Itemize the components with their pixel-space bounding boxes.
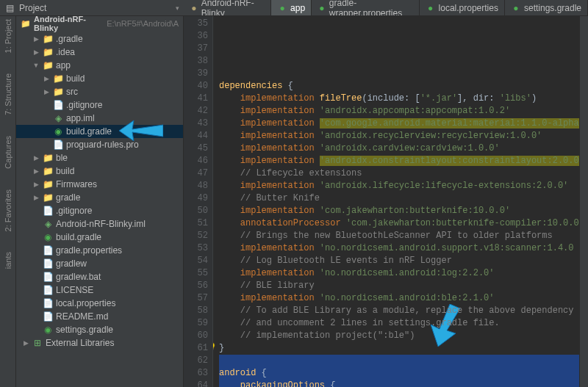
gradle-icon: ● <box>277 3 287 13</box>
tool-strip-item[interactable]: Captures <box>4 136 12 169</box>
editor-tab[interactable]: ●app <box>271 0 312 15</box>
code-line[interactable] <box>219 68 579 80</box>
tree-label: .gradle <box>56 34 83 44</box>
tree-label: build <box>56 166 74 176</box>
tree-node[interactable]: 📄.gitignore <box>16 98 183 112</box>
code-line[interactable]: implementation 'no.nordicsemi.android:lo… <box>219 267 579 280</box>
code-line[interactable]: // To add BLE Library as a module, repla… <box>219 305 579 317</box>
tree-node[interactable]: 📄gradlew.bat <box>16 270 183 283</box>
gradle-icon: ● <box>318 3 326 13</box>
folder-icon: 📁 <box>43 153 53 163</box>
code-line[interactable]: // Butter Knife <box>219 192 579 205</box>
tree-label: settings.gradle <box>56 325 113 335</box>
code-line[interactable]: // and uncomment 2 lines in settings.gra… <box>219 317 579 330</box>
tree-node[interactable]: ▶📁build <box>16 164 183 178</box>
folder-icon: 📁 <box>21 19 31 29</box>
folder-orange-icon: 📁 <box>43 34 53 44</box>
tree-node[interactable]: ▼📁app <box>16 59 183 72</box>
tree-node[interactable]: 📄README.md <box>16 310 183 323</box>
expand-chevron[interactable]: ▶ <box>32 181 40 188</box>
expand-chevron[interactable]: ▶ <box>32 154 40 162</box>
code-line[interactable]: packagingOptions { <box>219 380 579 387</box>
code-line[interactable]: implementation 'com.jakewharton:butterkn… <box>219 205 579 217</box>
code-line[interactable]: implementation 'androidx.appcompat:appco… <box>219 105 579 117</box>
tree-label: .gitignore <box>56 206 92 216</box>
tree-label: build <box>66 73 85 84</box>
gradle-icon: ◉ <box>43 325 53 335</box>
file-icon: 📄 <box>43 258 53 269</box>
code-line[interactable]: implementation 'com.google.android.mater… <box>219 117 579 130</box>
tree-node[interactable]: 📄LICENSE <box>16 283 183 297</box>
code-line[interactable]: android { <box>219 367 579 380</box>
expand-chevron[interactable]: ▶ <box>32 194 40 201</box>
code-editor[interactable]: 3536373839404142434445464748495051525354… <box>184 16 579 387</box>
tree-node[interactable]: 📄.gitignore <box>16 204 183 217</box>
code-line[interactable]: annotationProcessor 'com.jakewharton:but… <box>219 217 579 230</box>
tool-strip-item[interactable]: 2: Favorites <box>4 189 12 231</box>
folder-icon: 📁 <box>53 87 63 97</box>
code-line[interactable]: // BLE library <box>219 280 579 292</box>
code-line[interactable] <box>219 355 579 367</box>
code-line[interactable] <box>219 55 579 68</box>
editor-tab[interactable]: ●settings.gradle <box>505 0 588 15</box>
tree-node[interactable]: ▶📁gradle <box>16 191 183 204</box>
tree-label: .idea <box>56 47 75 57</box>
code-area[interactable]: dependencies { implementation fileTree(i… <box>213 16 579 387</box>
editor-tab[interactable]: ●local.properties <box>420 0 505 15</box>
code-line[interactable]: dependencies { <box>219 80 579 93</box>
tree-node[interactable]: 📄gradlew <box>16 257 183 270</box>
tree-node[interactable]: ◉settings.gradle <box>16 323 183 336</box>
tool-strip-item[interactable]: iants <box>4 252 12 269</box>
code-line[interactable]: // Lifecycle extensions <box>219 167 579 180</box>
expand-chevron[interactable]: ▼ <box>32 62 40 69</box>
editor-tab[interactable]: ●gradle-wrapper.properties <box>312 0 419 15</box>
project-tree[interactable]: ▶📁.gradle▶📁.idea▼📁app▶📁build▶📁src📄.gitig… <box>16 31 183 351</box>
file-icon: 📄 <box>43 285 53 295</box>
code-line[interactable]: // Log Bluetooth LE events in nRF Logger <box>219 255 579 267</box>
tree-node[interactable]: ▶📁build <box>16 72 183 85</box>
right-tool-strip <box>579 16 588 387</box>
expand-chevron[interactable]: ▶ <box>32 48 40 56</box>
gradle-icon: ● <box>426 3 436 13</box>
tree-node[interactable]: ▶📁.idea <box>16 46 183 59</box>
tree-node[interactable]: 📄gradle.properties <box>16 244 183 257</box>
expand-chevron[interactable]: ▶ <box>32 35 40 43</box>
tree-node[interactable]: ▶📁ble <box>16 151 183 164</box>
tree-node[interactable]: ▶📁.gradle <box>16 32 183 46</box>
code-line[interactable]: implementation 'androidx.recyclerview:re… <box>219 130 579 142</box>
code-line[interactable]: implementation 'no.nordicsemi.android:bl… <box>219 292 579 305</box>
code-line[interactable]: implementation 'no.nordicsemi.android.su… <box>219 242 579 255</box>
code-line[interactable]: // Brings the new BluetoothLeScanner API… <box>219 230 579 242</box>
tree-node[interactable]: 📄local.properties <box>16 297 183 310</box>
tree-label: .gitignore <box>66 100 102 110</box>
code-line[interactable]: implementation 'androidx.constraintlayou… <box>219 155 579 167</box>
file-icon: 📄 <box>43 272 53 282</box>
dropdown-icon[interactable]: ▾ <box>176 4 179 12</box>
tree-node[interactable]: ▶📁Firmwares <box>16 178 183 191</box>
editor-tab[interactable]: ●Android-nRF-Blinky <box>184 0 271 15</box>
tree-node[interactable]: ◈Android-nRF-Blinky.iml <box>16 217 183 231</box>
code-line[interactable]: implementation 'androidx.lifecycle:lifec… <box>219 180 579 192</box>
tree-node[interactable]: ◉build.gradle <box>16 231 183 244</box>
code-line[interactable]: implementation 'androidx.cardview:cardvi… <box>219 142 579 155</box>
folder-icon: ● <box>190 3 198 13</box>
expand-chevron[interactable]: ▶ <box>43 88 50 95</box>
expand-chevron[interactable]: ▶ <box>43 75 50 82</box>
breadcrumb-root[interactable]: Android-nRF-Blinky <box>34 16 104 32</box>
intention-bulb-icon[interactable]: 💡 <box>213 342 217 355</box>
expand-chevron[interactable]: ▶ <box>32 167 40 175</box>
expand-chevron[interactable]: ▶ <box>22 339 29 347</box>
tree-label: ble <box>56 153 68 163</box>
annotation-arrow-tree <box>119 116 163 145</box>
folder-icon: 📁 <box>43 47 53 57</box>
editor-tabs: ●Android-nRF-Blinky●app●gradle-wrapper.p… <box>184 0 588 15</box>
tool-strip-item[interactable]: 1: Project <box>4 19 12 53</box>
code-line[interactable]: implementation fileTree(include: ['*.jar… <box>219 93 579 105</box>
code-line[interactable]: 💡} <box>219 342 579 355</box>
tool-strip-item[interactable]: 7: Structure <box>4 73 12 115</box>
tree-node[interactable]: ▶📁src <box>16 85 183 98</box>
tree-label: gradle <box>56 192 80 203</box>
iml-icon: ◈ <box>43 219 53 229</box>
tree-node[interactable]: ▶⊞External Libraries <box>16 336 183 350</box>
code-line[interactable]: // implementation project(":ble") <box>219 330 579 342</box>
